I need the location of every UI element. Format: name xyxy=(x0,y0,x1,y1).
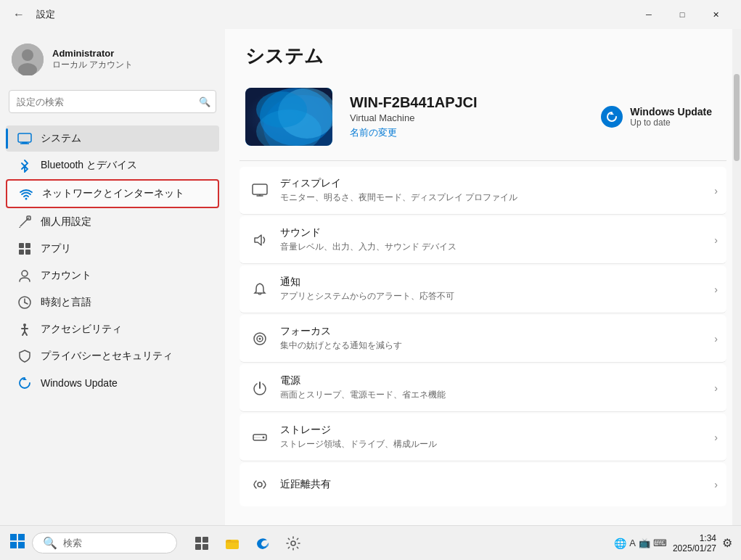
search-input[interactable] xyxy=(9,90,216,113)
system-icon xyxy=(17,131,32,146)
apps-icon xyxy=(17,242,32,256)
sidebar-item-privacy[interactable]: プライバシーとセキュリティ xyxy=(6,343,219,369)
display-icon xyxy=(248,179,271,202)
notifications-subtitle: アプリとシステムからのアラート、応答不可 xyxy=(280,290,714,302)
page-title: システム xyxy=(225,29,741,81)
settings-item-storage[interactable]: ストレージ ストレージ領域、ドライブ、構成ルール › xyxy=(240,413,726,461)
title-bar: ← 設定 ─ □ ✕ xyxy=(0,0,741,29)
sound-chevron-icon: › xyxy=(714,234,718,246)
power-title: 電源 xyxy=(280,374,714,387)
start-button[interactable] xyxy=(9,532,26,553)
back-button[interactable]: ← xyxy=(9,4,29,25)
svg-point-13 xyxy=(22,271,28,276)
settings-item-notifications[interactable]: 通知 アプリとシステムからのアラート、応答不可 › xyxy=(240,265,726,313)
system-info-card: WIN-F2B441APJCI Virtual Machine 名前の変更 Wi… xyxy=(225,81,741,160)
svg-rect-39 xyxy=(18,534,25,540)
taskbar-search[interactable]: 🔍 検索 xyxy=(32,532,177,553)
sidebar-item-system[interactable]: システム xyxy=(6,125,219,152)
settings-item-focus[interactable]: フォーカス 集中の妨げとなる通知を減らす › xyxy=(240,315,726,363)
app-container: Administrator ローカル アカウント 🔍 システム xyxy=(0,29,741,560)
storage-subtitle: ストレージ領域、ドライブ、構成ルール xyxy=(280,438,714,450)
system-type: Virtual Machine xyxy=(350,112,575,123)
update-status: Up to date xyxy=(630,118,712,128)
settings-list: ディスプレイ モニター、明るさ、夜間モード、ディスプレイ プロファイル › サウ… xyxy=(225,161,741,514)
svg-point-6 xyxy=(25,198,28,200)
sidebar-item-time[interactable]: 時刻と言語 xyxy=(6,289,219,316)
bluetooth-label: Bluetooth とデバイス xyxy=(41,159,137,172)
restore-button[interactable]: □ xyxy=(666,3,699,26)
nearby-text: 近距離共有 xyxy=(280,478,714,491)
volume-tray-icon[interactable]: A xyxy=(629,538,636,548)
svg-rect-11 xyxy=(19,250,24,255)
notifications-text: 通知 アプリとシステムからのアラート、応答不可 xyxy=(280,276,714,302)
sound-text: サウンド 音量レベル、出力、入力、サウンド デバイス xyxy=(280,226,714,253)
taskview-icon[interactable] xyxy=(189,530,215,556)
scrollbar-thumb[interactable] xyxy=(734,74,740,161)
sidebar-item-accessibility[interactable]: アクセシビリティ xyxy=(6,316,219,342)
update-label: Windows Update xyxy=(41,377,118,389)
privacy-icon xyxy=(17,349,32,363)
svg-rect-44 xyxy=(195,544,201,550)
personalization-label: 個人用設定 xyxy=(41,215,91,228)
power-chevron-icon: › xyxy=(714,382,718,394)
keyboard-tray-icon[interactable]: ⌨ xyxy=(653,538,667,548)
network-tray-icon[interactable]: 🌐 xyxy=(614,538,626,549)
system-details: WIN-F2B441APJCI Virtual Machine 名前の変更 xyxy=(350,94,575,139)
taskbar-search-text: 検索 xyxy=(63,537,82,550)
taskbar-right: 🌐 A 📺 ⌨ 1:34 2025/01/27 ⚙ xyxy=(614,533,732,553)
main-content: システム xyxy=(225,29,741,560)
svg-rect-41 xyxy=(18,542,25,548)
svg-rect-12 xyxy=(25,250,30,255)
close-button[interactable]: ✕ xyxy=(699,3,732,26)
svg-rect-40 xyxy=(10,542,17,548)
svg-point-47 xyxy=(291,541,295,545)
sidebar-item-update[interactable]: Windows Update xyxy=(6,370,219,396)
rename-link[interactable]: 名前の変更 xyxy=(350,126,397,139)
taskbar-icons xyxy=(189,530,306,556)
settings-item-power[interactable]: 電源 画面とスリープ、電源モード、省エネ機能 › xyxy=(240,364,726,412)
apps-label: アプリ xyxy=(41,242,71,255)
network-label: ネットワークとインターネット xyxy=(42,187,184,200)
sidebar-item-network[interactable]: ネットワークとインターネット xyxy=(6,179,219,208)
windows-update-badge[interactable]: Windows Update Up to date xyxy=(592,100,721,133)
sidebar-item-apps[interactable]: アプリ xyxy=(6,236,219,262)
taskbar-clock[interactable]: 1:34 2025/01/27 xyxy=(673,533,716,553)
network-icon xyxy=(19,186,33,201)
storage-chevron-icon: › xyxy=(714,432,718,443)
edge-icon[interactable] xyxy=(250,530,276,556)
svg-rect-43 xyxy=(202,537,208,543)
sidebar-item-accounts[interactable]: アカウント xyxy=(6,263,219,289)
svg-rect-28 xyxy=(253,184,267,194)
file-explorer-icon[interactable] xyxy=(219,530,245,556)
settings-icon-taskbar[interactable] xyxy=(280,530,306,556)
user-info: Administrator ローカル アカウント xyxy=(52,48,133,71)
sound-icon xyxy=(248,228,271,252)
battery-tray-icon[interactable]: 📺 xyxy=(639,538,650,548)
focus-subtitle: 集中の妨げとなる通知を減らす xyxy=(280,339,714,352)
settings-item-display[interactable]: ディスプレイ モニター、明るさ、夜間モード、ディスプレイ プロファイル › xyxy=(240,167,726,215)
search-icon: 🔍 xyxy=(199,96,210,107)
focus-chevron-icon: › xyxy=(714,333,718,345)
nearby-icon xyxy=(248,473,271,496)
settings-item-sound[interactable]: サウンド 音量レベル、出力、入力、サウンド デバイス › xyxy=(240,216,726,264)
sidebar-item-bluetooth[interactable]: Bluetooth とデバイス xyxy=(6,152,219,178)
notification-tray-icon[interactable]: ⚙ xyxy=(722,536,732,550)
sidebar: Administrator ローカル アカウント 🔍 システム xyxy=(0,29,225,560)
svg-point-35 xyxy=(263,436,265,438)
sidebar-item-personalization[interactable]: 個人用設定 xyxy=(6,209,219,235)
svg-rect-9 xyxy=(19,243,24,248)
system-thumbnail xyxy=(245,88,332,146)
minimize-button[interactable]: ─ xyxy=(632,3,666,26)
nearby-chevron-icon: › xyxy=(714,479,718,490)
focus-icon xyxy=(248,327,271,350)
accessibility-icon xyxy=(17,322,32,337)
power-subtitle: 画面とスリープ、電源モード、省エネ機能 xyxy=(280,389,714,401)
settings-item-nearby[interactable]: 近距離共有 › xyxy=(240,463,726,506)
svg-rect-45 xyxy=(202,544,208,550)
sys-icons: 🌐 A 📺 ⌨ xyxy=(614,538,667,549)
scrollbar-track xyxy=(732,29,741,560)
bluetooth-icon xyxy=(17,158,32,173)
search-box: 🔍 xyxy=(9,90,216,113)
user-profile[interactable]: Administrator ローカル アカウント xyxy=(0,35,225,90)
title-bar-left: ← 設定 xyxy=(9,4,55,25)
